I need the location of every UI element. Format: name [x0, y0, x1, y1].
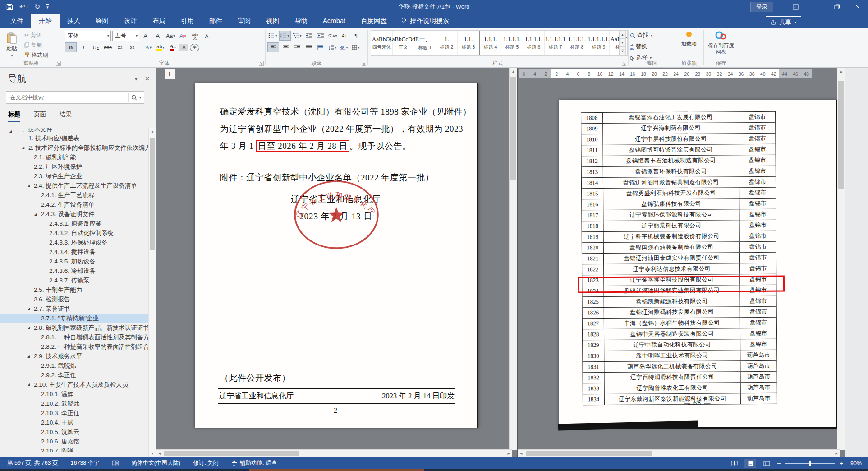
strikethrough-button[interactable]: abc — [102, 43, 113, 52]
style-item[interactable]: 1.1.1.1.标题 5 — [501, 31, 523, 55]
nav-heading-item[interactable]: 2.5. 干剂生产能力 — [0, 285, 149, 295]
ribbon-tab-13[interactable]: 百度网盘 — [353, 14, 395, 28]
bold-button[interactable]: B — [65, 42, 77, 52]
nav-heading-item[interactable]: 2.9.2. 李正任 — [0, 370, 149, 380]
ribbon-tab-5[interactable]: 设计 — [116, 14, 145, 28]
phonetic-guide-button[interactable]: wén文 — [189, 32, 200, 41]
collapse-triangle-icon[interactable]: ◢ — [27, 184, 34, 188]
nav-heading-item[interactable]: 2.9.1. 武晓炜 — [0, 361, 149, 370]
distribute-button[interactable] — [315, 43, 326, 52]
print-layout-icon[interactable] — [744, 459, 756, 468]
page-indicator[interactable]: 第 597 页, 共 763 页 — [7, 459, 58, 467]
collapse-triangle-icon[interactable]: ◢ — [27, 326, 34, 330]
nav-scroll-thumb[interactable] — [150, 138, 155, 250]
nav-heading-item[interactable]: 2.10.4. 王斌 — [0, 418, 149, 427]
nav-heading-item[interactable]: 2.7.1. "专精特新"企业 — [0, 314, 149, 323]
multilevel-list-button[interactable]: ▾ — [292, 31, 303, 40]
search-options-icon[interactable]: ▾ — [139, 96, 141, 100]
font-size-select[interactable]: 五号▾ — [112, 31, 139, 41]
style-item[interactable]: 1.1.1.1.1.标题 9 — [588, 31, 610, 55]
ribbon-tab-9[interactable]: 审阅 — [230, 14, 258, 28]
addins-button[interactable] — [676, 32, 702, 37]
nav-heading-item[interactable]: ◢2.7. 荣誉证书 — [0, 304, 149, 314]
asian-layout-button[interactable]: クA▾ — [327, 31, 338, 40]
copy-button[interactable]: 复制 — [24, 41, 42, 50]
scroll-thumb[interactable] — [838, 81, 844, 189]
zoom-slider-thumb[interactable] — [809, 461, 811, 466]
paragraph-dialog-launcher[interactable]: ↘ — [362, 61, 366, 66]
ribbon-tab-7[interactable]: 引用 — [173, 14, 202, 28]
nav-heading-item[interactable]: 2.4.3.5. 加热设备 — [0, 257, 149, 266]
scroll-thumb[interactable] — [510, 77, 516, 180]
nav-heading-item[interactable]: 2.10.5. 沈凤云 — [0, 427, 149, 437]
ribbon-tab-2[interactable]: 开始 — [31, 14, 60, 28]
style-item[interactable]: 1.标题 2 — [436, 31, 458, 55]
shrink-font-button[interactable]: Aˇ — [153, 32, 164, 41]
nav-heading-item[interactable]: 2.4.3.4. 搅拌设备 — [0, 247, 149, 257]
scroll-up-icon[interactable]: ▲ — [510, 69, 517, 74]
nav-tab-2[interactable]: 页面 — [34, 111, 46, 122]
scroll-thumb[interactable] — [164, 451, 299, 456]
text-effects-button[interactable]: A▾ — [143, 43, 154, 52]
right-pane-hscrollbar[interactable]: ◄ ► — [518, 449, 840, 457]
restore-button[interactable] — [827, 0, 847, 14]
align-right-button[interactable] — [292, 43, 303, 52]
nav-heading-item[interactable]: 2.10.3. 李正任 — [0, 408, 149, 418]
superscript-button[interactable]: x2 — [127, 43, 138, 52]
format-painter-button[interactable]: 格式刷 — [24, 51, 48, 60]
nav-heading-item[interactable]: 2.10.6. 唐嘉锴 — [0, 437, 149, 446]
accessibility-indicator[interactable]: 辅助功能: 调查 — [231, 459, 277, 467]
ribbon-tab-1[interactable]: 文件 — [3, 14, 31, 28]
document-page-right[interactable]: 1808盘锦富添石油化工发展有限公司盘锦市1809辽宁兴海制药有限公司盘锦市18… — [559, 100, 837, 428]
nav-heading-item[interactable]: 2.10.1. 温辉 — [0, 389, 149, 399]
share-button[interactable]: 共享 ▾ — [766, 16, 801, 28]
scroll-thumb[interactable] — [526, 451, 652, 456]
nav-heading-item[interactable]: 1. 技术响应/偏差表 — [0, 134, 149, 143]
font-dialog-launcher[interactable]: ↘ — [259, 61, 264, 66]
character-border-button[interactable]: A — [202, 32, 211, 40]
minimize-button[interactable] — [806, 0, 827, 14]
style-item[interactable]: 1.1.标题 3 — [458, 31, 479, 55]
italic-button[interactable]: I — [78, 43, 89, 52]
nav-heading-item[interactable]: ◢2.8. 破乳剂国家级新产品、新技术认证证书 — [0, 323, 149, 332]
underline-button[interactable]: U▾ — [90, 43, 101, 52]
ribbon-tab-6[interactable]: 布局 — [145, 14, 173, 28]
style-item[interactable]: 1.1.1.1.标题 6 — [523, 31, 545, 55]
change-case-button[interactable]: Aa▾ — [165, 32, 176, 41]
style-gallery-scroll[interactable]: ▲ ▼ ⊽ — [619, 30, 626, 55]
word-count[interactable]: 16738 个字 — [71, 459, 99, 467]
scroll-right-icon[interactable]: ► — [835, 452, 838, 456]
nav-heading-item[interactable]: 2.10.2. 武晓炜 — [0, 399, 149, 408]
find-button[interactable]: 查找▾ — [630, 31, 652, 40]
zoom-slider[interactable] — [785, 463, 835, 464]
styles-dialog-launcher[interactable]: ↘ — [622, 61, 626, 66]
collapse-triangle-icon[interactable]: ◢ — [27, 307, 34, 311]
left-pane-hscrollbar[interactable]: ◄ ► — [156, 449, 512, 457]
nav-heading-item[interactable]: ◢2.4. 提供生产工艺流程及生产设备清单 — [0, 181, 149, 190]
nav-tab-1[interactable]: 标题 — [8, 111, 20, 122]
style-item[interactable]: 一、标题 1 — [414, 31, 436, 55]
borders-button[interactable]: ▾ — [350, 43, 361, 52]
nav-heading-item[interactable]: 2.4.3.2. 自动化控制系统 — [0, 228, 149, 238]
nav-heading-item[interactable]: 2.4.1. 生产工艺流程 — [0, 190, 149, 200]
grow-font-button[interactable]: Aˆ — [141, 32, 152, 41]
font-color-button[interactable]: A▾ — [167, 43, 178, 52]
proofing-icon[interactable] — [112, 460, 119, 466]
nav-heading-item[interactable]: 2.3. 绿色生产企业 — [0, 171, 149, 181]
collapse-triangle-icon[interactable]: ◢ — [9, 129, 16, 134]
decrease-indent-button[interactable] — [303, 31, 314, 40]
align-left-button[interactable] — [267, 42, 279, 52]
style-item[interactable]: AaBbCcDdE正文 — [393, 31, 414, 55]
enclose-characters-button[interactable]: 字 — [190, 44, 199, 51]
signin-button[interactable]: 登录 — [750, 2, 773, 12]
collapse-triangle-icon[interactable]: ◢ — [27, 354, 34, 358]
collapse-triangle-icon[interactable]: ◢ — [34, 212, 41, 216]
nav-heading-item[interactable]: ◢2.9. 技术服务水平 — [0, 351, 149, 361]
ribbon-display-options-icon[interactable] — [785, 0, 806, 14]
zoom-in-button[interactable]: + — [840, 460, 843, 467]
nav-heading-item[interactable]: 2.4.3.3. 环保处理设备 — [0, 238, 149, 247]
nav-heading-item[interactable]: ◢二、技术文件 — [0, 128, 149, 134]
netdisk-button[interactable] — [705, 31, 737, 41]
nav-heading-item[interactable]: ◢2.4.3. 设备证明文件 — [0, 209, 149, 219]
replace-button[interactable]: abac 替换 — [630, 42, 647, 51]
